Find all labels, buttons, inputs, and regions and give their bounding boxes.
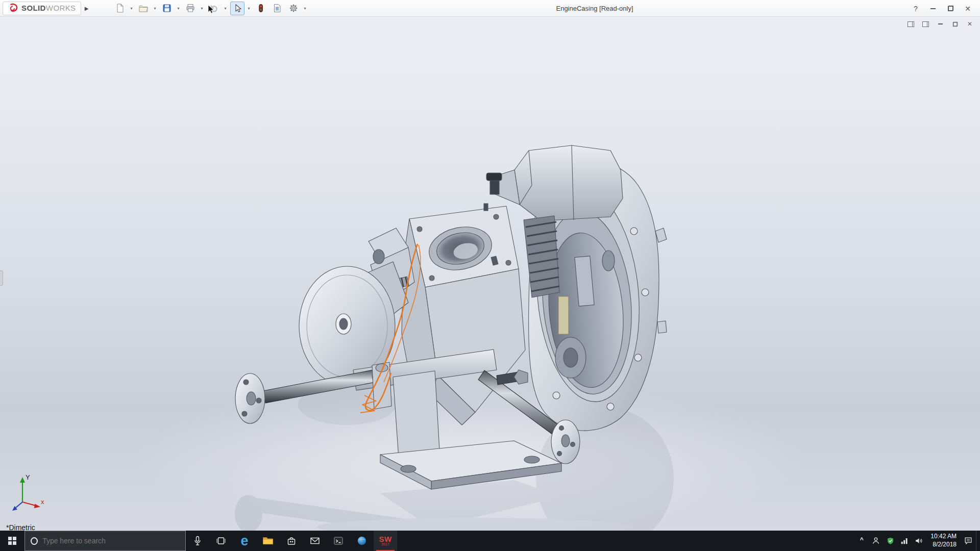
edge-icon: e bbox=[240, 534, 248, 548]
open-button[interactable] bbox=[136, 2, 151, 15]
taskbar-file-explorer-button[interactable] bbox=[256, 531, 280, 551]
network-tray-button[interactable] bbox=[898, 531, 911, 551]
print-caret[interactable]: ▾ bbox=[200, 6, 205, 11]
system-tray: ^ bbox=[855, 531, 980, 551]
minimize-button[interactable] bbox=[926, 2, 940, 15]
select-button[interactable] bbox=[230, 2, 244, 15]
taskbar-search[interactable] bbox=[24, 531, 186, 551]
minimize-icon bbox=[938, 23, 943, 24]
orientation-triad: Y x bbox=[7, 470, 48, 517]
panel-splitter-handle[interactable] bbox=[0, 270, 3, 286]
document-window-controls: ✕ bbox=[906, 20, 974, 28]
action-center-icon bbox=[964, 536, 973, 545]
new-document-caret[interactable]: ▾ bbox=[129, 6, 134, 11]
triad-x-label: x bbox=[41, 498, 44, 506]
microphone-icon bbox=[193, 536, 202, 546]
taskbar-app-sphere-button[interactable] bbox=[350, 531, 374, 551]
document-title: EngineCasing [Read-only] bbox=[556, 5, 633, 12]
restore-icon bbox=[948, 6, 953, 11]
undo-icon bbox=[209, 3, 219, 13]
solidworks-logo[interactable]: SOLIDWORKS bbox=[3, 2, 81, 15]
contacts-tray-button[interactable] bbox=[869, 531, 883, 551]
gear-icon bbox=[288, 3, 299, 13]
speaker-icon bbox=[914, 537, 923, 545]
store-icon bbox=[286, 536, 297, 546]
brand-text-works: WORKS bbox=[46, 4, 76, 12]
rebuild-button[interactable] bbox=[254, 2, 268, 15]
action-center-button[interactable] bbox=[962, 531, 975, 551]
doc-close-button[interactable]: ✕ bbox=[966, 20, 974, 28]
menu-expand-arrow[interactable]: ▶ bbox=[81, 2, 92, 15]
window-controls: ? ✕ bbox=[909, 0, 975, 17]
rebuild-traffic-light-icon bbox=[256, 3, 266, 13]
mail-icon bbox=[310, 537, 320, 545]
undo-caret[interactable]: ▾ bbox=[223, 6, 228, 11]
options-caret[interactable]: ▾ bbox=[303, 6, 308, 11]
undo-button[interactable] bbox=[207, 2, 221, 15]
print-button[interactable] bbox=[183, 2, 198, 15]
close-button[interactable]: ✕ bbox=[961, 2, 975, 15]
taskbar-store-button[interactable] bbox=[280, 531, 303, 551]
volume-tray-button[interactable] bbox=[912, 531, 925, 551]
save-icon bbox=[162, 3, 172, 13]
pane-icon bbox=[922, 21, 929, 27]
defender-tray-button[interactable] bbox=[884, 531, 897, 551]
doc-minimize-button[interactable] bbox=[936, 20, 944, 28]
taskbar-edge-button[interactable]: e bbox=[233, 531, 256, 551]
help-button[interactable]: ? bbox=[909, 2, 923, 15]
hidden-icons-button[interactable]: ^ bbox=[855, 531, 868, 551]
save-button[interactable] bbox=[160, 2, 174, 15]
title-bar: SOLIDWORKS ▶ ▾ ▾ bbox=[0, 0, 980, 17]
quick-access-toolbar: ▾ ▾ ▾ bbox=[113, 2, 308, 15]
save-caret[interactable]: ▾ bbox=[176, 6, 181, 11]
taskbar-clock[interactable]: 10:42 AM 8/2/2018 bbox=[926, 533, 961, 548]
brand-text-solid: SOLID bbox=[21, 4, 46, 12]
blue-sphere-app-icon bbox=[357, 536, 367, 546]
taskbar-mail-button[interactable] bbox=[303, 531, 327, 551]
chevron-up-icon: ^ bbox=[860, 536, 864, 545]
view-orientation-label: *Dimetric bbox=[6, 523, 35, 531]
solidworks-2017-icon: SW 2017 bbox=[379, 536, 391, 546]
pane-split-button[interactable] bbox=[906, 20, 915, 28]
clock-date: 8/2/2018 bbox=[933, 541, 957, 549]
dassault-ds-icon bbox=[8, 3, 19, 14]
taskbar-command-prompt-button[interactable] bbox=[327, 531, 350, 551]
restore-icon bbox=[952, 21, 957, 26]
task-view-icon bbox=[216, 536, 226, 545]
new-document-button[interactable] bbox=[113, 2, 127, 15]
search-input[interactable] bbox=[42, 537, 180, 545]
cortana-circle-icon bbox=[31, 537, 38, 545]
sw-badge-year: 2017 bbox=[381, 543, 389, 546]
command-prompt-icon bbox=[333, 536, 344, 546]
engine-casing-3d-model[interactable] bbox=[0, 17, 980, 531]
print-icon bbox=[185, 3, 195, 13]
options-button[interactable] bbox=[286, 2, 301, 15]
file-properties-icon bbox=[272, 3, 282, 13]
taskbar-solidworks-button[interactable]: SW 2017 bbox=[374, 531, 397, 551]
minimize-icon bbox=[930, 8, 936, 9]
new-document-icon bbox=[115, 3, 125, 13]
sw-badge-text: SW bbox=[379, 536, 391, 543]
open-folder-icon bbox=[138, 3, 149, 13]
graphics-area[interactable]: ✕ bbox=[0, 17, 980, 531]
select-cursor-icon bbox=[232, 3, 242, 13]
open-caret[interactable]: ▾ bbox=[153, 6, 158, 11]
maximize-button[interactable] bbox=[943, 2, 958, 15]
pane-display-button[interactable] bbox=[921, 20, 929, 28]
doc-restore-button[interactable] bbox=[951, 20, 959, 28]
pane-icon bbox=[908, 21, 914, 27]
triad-y-label: Y bbox=[26, 473, 30, 481]
solidworks-window: SOLIDWORKS ▶ ▾ ▾ bbox=[0, 0, 980, 551]
file-explorer-icon bbox=[262, 536, 274, 545]
microphone-button[interactable] bbox=[186, 531, 209, 551]
start-button[interactable] bbox=[0, 531, 24, 551]
select-caret[interactable]: ▾ bbox=[247, 6, 252, 11]
network-signal-icon bbox=[900, 537, 909, 545]
taskbar: e bbox=[0, 531, 980, 551]
file-properties-button[interactable] bbox=[270, 2, 284, 15]
clock-time: 10:42 AM bbox=[930, 533, 957, 541]
shield-icon bbox=[886, 536, 895, 545]
windows-logo-icon bbox=[8, 537, 16, 545]
show-desktop-button[interactable] bbox=[976, 531, 979, 551]
task-view-button[interactable] bbox=[209, 531, 233, 551]
